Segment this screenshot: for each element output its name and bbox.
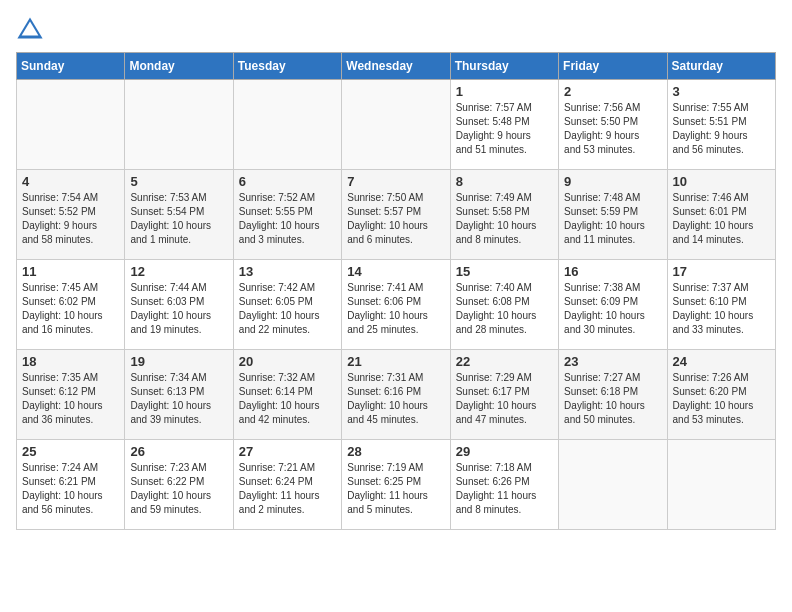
day-number: 23 [564,354,661,369]
logo-icon [16,16,44,44]
calendar-week-row: 11Sunrise: 7:45 AMSunset: 6:02 PMDayligh… [17,260,776,350]
calendar-week-row: 1Sunrise: 7:57 AMSunset: 5:48 PMDaylight… [17,80,776,170]
day-detail: Sunrise: 7:52 AMSunset: 5:55 PMDaylight:… [239,191,336,247]
day-detail: Sunrise: 7:34 AMSunset: 6:13 PMDaylight:… [130,371,227,427]
calendar-cell: 20Sunrise: 7:32 AMSunset: 6:14 PMDayligh… [233,350,341,440]
calendar-cell: 3Sunrise: 7:55 AMSunset: 5:51 PMDaylight… [667,80,775,170]
day-number: 9 [564,174,661,189]
day-number: 24 [673,354,770,369]
day-number: 5 [130,174,227,189]
calendar-cell: 18Sunrise: 7:35 AMSunset: 6:12 PMDayligh… [17,350,125,440]
day-detail: Sunrise: 7:55 AMSunset: 5:51 PMDaylight:… [673,101,770,157]
calendar-cell: 25Sunrise: 7:24 AMSunset: 6:21 PMDayligh… [17,440,125,530]
day-number: 21 [347,354,444,369]
calendar-cell: 17Sunrise: 7:37 AMSunset: 6:10 PMDayligh… [667,260,775,350]
calendar-cell [233,80,341,170]
calendar-cell: 15Sunrise: 7:40 AMSunset: 6:08 PMDayligh… [450,260,558,350]
day-number: 18 [22,354,119,369]
day-detail: Sunrise: 7:44 AMSunset: 6:03 PMDaylight:… [130,281,227,337]
day-number: 7 [347,174,444,189]
day-number: 12 [130,264,227,279]
day-number: 15 [456,264,553,279]
header-row: SundayMondayTuesdayWednesdayThursdayFrid… [17,53,776,80]
header-monday: Monday [125,53,233,80]
header-friday: Friday [559,53,667,80]
day-number: 28 [347,444,444,459]
calendar-cell [667,440,775,530]
calendar-cell: 13Sunrise: 7:42 AMSunset: 6:05 PMDayligh… [233,260,341,350]
day-number: 2 [564,84,661,99]
calendar-cell: 24Sunrise: 7:26 AMSunset: 6:20 PMDayligh… [667,350,775,440]
day-number: 20 [239,354,336,369]
calendar-cell: 21Sunrise: 7:31 AMSunset: 6:16 PMDayligh… [342,350,450,440]
calendar-cell: 7Sunrise: 7:50 AMSunset: 5:57 PMDaylight… [342,170,450,260]
day-number: 13 [239,264,336,279]
day-number: 11 [22,264,119,279]
calendar-cell: 9Sunrise: 7:48 AMSunset: 5:59 PMDaylight… [559,170,667,260]
day-detail: Sunrise: 7:49 AMSunset: 5:58 PMDaylight:… [456,191,553,247]
day-detail: Sunrise: 7:50 AMSunset: 5:57 PMDaylight:… [347,191,444,247]
day-detail: Sunrise: 7:45 AMSunset: 6:02 PMDaylight:… [22,281,119,337]
calendar-cell: 19Sunrise: 7:34 AMSunset: 6:13 PMDayligh… [125,350,233,440]
calendar-cell: 27Sunrise: 7:21 AMSunset: 6:24 PMDayligh… [233,440,341,530]
day-detail: Sunrise: 7:46 AMSunset: 6:01 PMDaylight:… [673,191,770,247]
calendar-cell [559,440,667,530]
calendar-week-row: 18Sunrise: 7:35 AMSunset: 6:12 PMDayligh… [17,350,776,440]
calendar-cell [125,80,233,170]
calendar-cell: 5Sunrise: 7:53 AMSunset: 5:54 PMDaylight… [125,170,233,260]
day-detail: Sunrise: 7:42 AMSunset: 6:05 PMDaylight:… [239,281,336,337]
day-number: 3 [673,84,770,99]
day-detail: Sunrise: 7:18 AMSunset: 6:26 PMDaylight:… [456,461,553,517]
day-number: 22 [456,354,553,369]
day-detail: Sunrise: 7:31 AMSunset: 6:16 PMDaylight:… [347,371,444,427]
day-number: 16 [564,264,661,279]
day-detail: Sunrise: 7:35 AMSunset: 6:12 PMDaylight:… [22,371,119,427]
day-detail: Sunrise: 7:26 AMSunset: 6:20 PMDaylight:… [673,371,770,427]
day-number: 25 [22,444,119,459]
calendar-cell: 1Sunrise: 7:57 AMSunset: 5:48 PMDaylight… [450,80,558,170]
calendar-body: 1Sunrise: 7:57 AMSunset: 5:48 PMDaylight… [17,80,776,530]
day-number: 29 [456,444,553,459]
header-saturday: Saturday [667,53,775,80]
calendar-cell: 14Sunrise: 7:41 AMSunset: 6:06 PMDayligh… [342,260,450,350]
day-number: 17 [673,264,770,279]
day-detail: Sunrise: 7:37 AMSunset: 6:10 PMDaylight:… [673,281,770,337]
day-number: 14 [347,264,444,279]
header-thursday: Thursday [450,53,558,80]
day-detail: Sunrise: 7:23 AMSunset: 6:22 PMDaylight:… [130,461,227,517]
day-detail: Sunrise: 7:40 AMSunset: 6:08 PMDaylight:… [456,281,553,337]
header-sunday: Sunday [17,53,125,80]
day-number: 6 [239,174,336,189]
calendar-cell: 26Sunrise: 7:23 AMSunset: 6:22 PMDayligh… [125,440,233,530]
day-detail: Sunrise: 7:53 AMSunset: 5:54 PMDaylight:… [130,191,227,247]
calendar-table: SundayMondayTuesdayWednesdayThursdayFrid… [16,52,776,530]
calendar-cell: 16Sunrise: 7:38 AMSunset: 6:09 PMDayligh… [559,260,667,350]
calendar-cell [342,80,450,170]
logo [16,16,48,44]
day-detail: Sunrise: 7:38 AMSunset: 6:09 PMDaylight:… [564,281,661,337]
header-tuesday: Tuesday [233,53,341,80]
calendar-week-row: 25Sunrise: 7:24 AMSunset: 6:21 PMDayligh… [17,440,776,530]
calendar-cell: 29Sunrise: 7:18 AMSunset: 6:26 PMDayligh… [450,440,558,530]
calendar-cell: 4Sunrise: 7:54 AMSunset: 5:52 PMDaylight… [17,170,125,260]
day-detail: Sunrise: 7:19 AMSunset: 6:25 PMDaylight:… [347,461,444,517]
day-number: 1 [456,84,553,99]
calendar-cell: 11Sunrise: 7:45 AMSunset: 6:02 PMDayligh… [17,260,125,350]
day-detail: Sunrise: 7:41 AMSunset: 6:06 PMDaylight:… [347,281,444,337]
day-number: 8 [456,174,553,189]
day-detail: Sunrise: 7:32 AMSunset: 6:14 PMDaylight:… [239,371,336,427]
calendar-cell: 6Sunrise: 7:52 AMSunset: 5:55 PMDaylight… [233,170,341,260]
day-number: 26 [130,444,227,459]
day-number: 4 [22,174,119,189]
day-detail: Sunrise: 7:54 AMSunset: 5:52 PMDaylight:… [22,191,119,247]
day-number: 27 [239,444,336,459]
calendar-cell: 23Sunrise: 7:27 AMSunset: 6:18 PMDayligh… [559,350,667,440]
day-detail: Sunrise: 7:57 AMSunset: 5:48 PMDaylight:… [456,101,553,157]
day-number: 10 [673,174,770,189]
header-wednesday: Wednesday [342,53,450,80]
day-detail: Sunrise: 7:29 AMSunset: 6:17 PMDaylight:… [456,371,553,427]
day-detail: Sunrise: 7:56 AMSunset: 5:50 PMDaylight:… [564,101,661,157]
calendar-cell: 22Sunrise: 7:29 AMSunset: 6:17 PMDayligh… [450,350,558,440]
calendar-cell: 10Sunrise: 7:46 AMSunset: 6:01 PMDayligh… [667,170,775,260]
calendar-cell: 12Sunrise: 7:44 AMSunset: 6:03 PMDayligh… [125,260,233,350]
